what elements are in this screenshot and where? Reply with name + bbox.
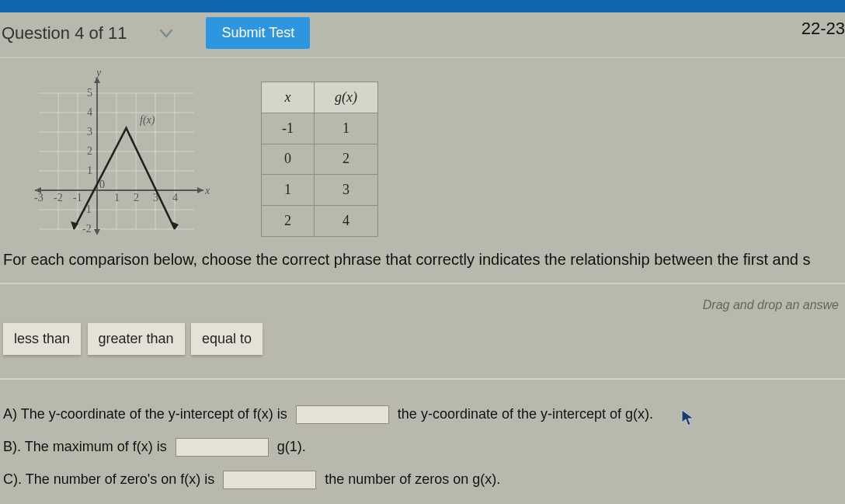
svg-text:2: 2 bbox=[134, 192, 139, 203]
svg-text:2: 2 bbox=[87, 145, 92, 157]
question-b-pre: B). The maximum of f(x) is bbox=[3, 439, 167, 454]
table-row: -11 bbox=[262, 113, 378, 144]
drag-hint: Drag and drop an answe bbox=[3, 298, 842, 312]
question-a-pre: A) The y-coordinate of the y-intercept o… bbox=[3, 406, 287, 422]
question-prompt: For each comparison below, choose the co… bbox=[0, 251, 845, 284]
svg-text:0: 0 bbox=[99, 179, 105, 190]
table-row: 24 bbox=[262, 206, 378, 237]
table-row: 13 bbox=[262, 175, 378, 206]
chip-greater-than[interactable]: greater than bbox=[88, 323, 185, 355]
col-header-x: x bbox=[262, 82, 315, 113]
svg-text:-2: -2 bbox=[82, 223, 92, 235]
dropzone-b[interactable] bbox=[176, 438, 269, 457]
dropzone-a[interactable] bbox=[296, 405, 389, 424]
question-a-post: the y-coordinate of the y-intercept of g… bbox=[398, 406, 653, 422]
chip-equal-to[interactable]: equal to bbox=[191, 323, 263, 355]
question-b-post: g(1). bbox=[277, 439, 306, 454]
question-b: B). The maximum of f(x) is g(1). bbox=[3, 433, 842, 461]
question-a: A) The y-coordinate of the y-intercept o… bbox=[3, 400, 842, 428]
table-row: 02 bbox=[262, 144, 378, 175]
question-c-post: the number of zeros on g(x). bbox=[325, 471, 500, 487]
svg-text:5: 5 bbox=[87, 87, 92, 99]
chevron-down-icon[interactable] bbox=[158, 25, 175, 42]
question-c-pre: C). The number of zero's on f(x) is bbox=[3, 471, 214, 487]
function-graph: 5 4 3 2 1 -1 -2 -3 -2 -1 0 1 2 3 4 y x bbox=[31, 66, 225, 237]
svg-text:3: 3 bbox=[87, 126, 92, 137]
svg-text:4: 4 bbox=[87, 106, 92, 118]
svg-text:4: 4 bbox=[172, 192, 178, 203]
header-bar: Question 4 of 11 Submit Test 22-23 bbox=[0, 12, 845, 58]
svg-text:-3: -3 bbox=[34, 192, 43, 203]
svg-marker-13 bbox=[197, 187, 203, 193]
svg-marker-16 bbox=[94, 229, 100, 235]
g-of-x-table: x g(x) -11 02 13 24 bbox=[261, 82, 378, 237]
question-counter: Question 4 of 11 bbox=[0, 23, 127, 43]
svg-text:-1: -1 bbox=[73, 192, 82, 203]
drag-drop-area: Drag and drop an answe less than greater… bbox=[0, 284, 845, 380]
question-c: C). The number of zero's on f(x) is the … bbox=[3, 465, 842, 493]
submit-test-button[interactable]: Submit Test bbox=[206, 17, 310, 49]
svg-text:1: 1 bbox=[114, 192, 120, 203]
dropzone-c[interactable] bbox=[223, 471, 316, 489]
chip-less-than[interactable]: less than bbox=[3, 323, 81, 355]
course-code: 22-23 bbox=[802, 19, 845, 39]
svg-text:x: x bbox=[204, 185, 210, 196]
function-label: f(x) bbox=[140, 114, 155, 127]
window-titlebar bbox=[0, 0, 845, 12]
svg-text:1: 1 bbox=[87, 165, 92, 176]
col-header-gx: g(x) bbox=[315, 82, 378, 113]
svg-text:-2: -2 bbox=[54, 192, 63, 203]
svg-text:y: y bbox=[95, 67, 102, 78]
comparison-questions: A) The y-coordinate of the y-intercept o… bbox=[0, 380, 845, 504]
